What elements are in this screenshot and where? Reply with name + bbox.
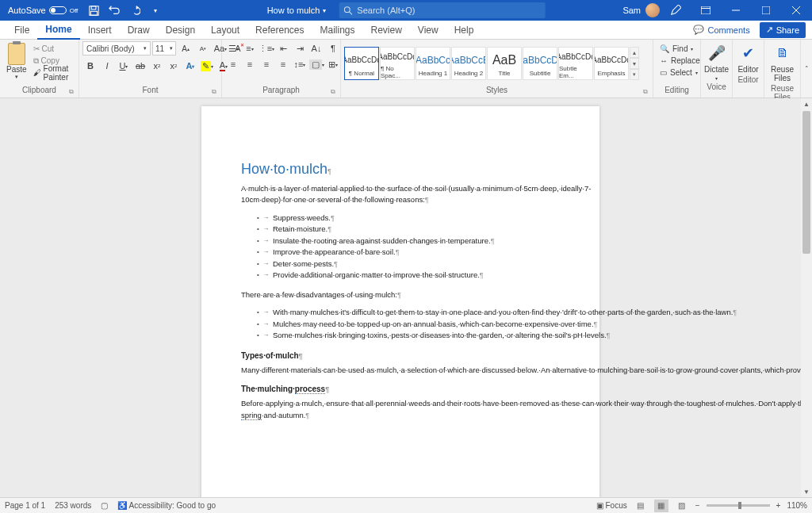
- save-button[interactable]: [84, 1, 103, 20]
- style-heading-2[interactable]: AaBbCcEHeading 2: [451, 47, 486, 80]
- superscript-button[interactable]: x2: [166, 59, 182, 73]
- style-subtitle[interactable]: AaBbCcDdSubtitle: [523, 47, 557, 80]
- styles-scroller[interactable]: ▲▼▾: [630, 47, 639, 80]
- grow-font-button[interactable]: A▴: [178, 41, 193, 56]
- spell-check-icon[interactable]: ▢: [101, 501, 108, 510]
- tab-view[interactable]: View: [410, 21, 446, 40]
- select-button[interactable]: ▭Select▾: [660, 67, 698, 78]
- bullet-list: With·many·mulches·it's·difficult·to·get·…: [257, 307, 560, 342]
- accessibility-status[interactable]: ♿ Accessibility: Good to go: [117, 501, 216, 510]
- clipboard-launcher[interactable]: ⧉: [69, 88, 74, 96]
- increase-indent-button[interactable]: ⇥: [292, 41, 308, 56]
- dictate-button[interactable]: 🎤 Dictate ▾: [704, 41, 729, 82]
- align-right-button[interactable]: ≡: [259, 57, 274, 71]
- close-button[interactable]: [782, 0, 810, 21]
- bold-button[interactable]: B: [82, 59, 98, 73]
- autosave-toggle[interactable]: AutoSave Off: [3, 6, 82, 15]
- doc-heading-1: How·to·mulch¶: [241, 159, 560, 180]
- decrease-indent-button[interactable]: ⇤: [275, 41, 291, 56]
- tab-home[interactable]: Home: [37, 21, 79, 40]
- page-status[interactable]: Page 1 of 1: [5, 501, 45, 510]
- zoom-out-button[interactable]: −: [695, 501, 700, 510]
- paragraph-launcher[interactable]: ⧉: [331, 88, 335, 96]
- align-left-button[interactable]: ≡: [225, 57, 241, 71]
- find-button[interactable]: 🔍Find▾: [660, 43, 693, 55]
- redo-button[interactable]: [125, 1, 144, 20]
- comments-button[interactable]: 💬 Comments: [687, 22, 756, 38]
- tab-mailings[interactable]: Mailings: [312, 21, 362, 40]
- word-count[interactable]: 253 words: [55, 501, 91, 510]
- search-input[interactable]: Search (Alt+Q): [339, 2, 545, 18]
- italic-button[interactable]: I: [99, 59, 115, 73]
- chevron-down-icon: ▾: [715, 75, 718, 81]
- chevron-down-icon: ▾: [170, 45, 173, 52]
- editor-button[interactable]: ✔ Editor: [736, 41, 760, 75]
- scroll-up-button[interactable]: ▲: [801, 98, 812, 109]
- list-item: Mulches·may·need·to·be·topped·up·on·an·a…: [257, 319, 560, 331]
- shading-button[interactable]: ▢▾: [308, 57, 324, 71]
- tab-references[interactable]: References: [247, 21, 312, 40]
- subscript-button[interactable]: x2: [149, 59, 165, 73]
- read-mode-button[interactable]: ▤: [634, 500, 648, 512]
- style--normal[interactable]: AaBbCcDd¶ Normal: [344, 47, 379, 80]
- list-item: Deter·some·pests.¶: [257, 258, 560, 270]
- web-layout-button[interactable]: ▨: [675, 500, 689, 512]
- style-heading-1[interactable]: AaBbCcHeading 1: [416, 47, 450, 80]
- tab-help[interactable]: Help: [446, 21, 482, 40]
- list-item: Provide·additional·organic·matter·to·imp…: [257, 270, 560, 281]
- format-painter-button[interactable]: 🖌Format Painter: [33, 67, 74, 78]
- user-avatar[interactable]: [645, 3, 660, 17]
- show-marks-button[interactable]: ¶: [325, 41, 341, 56]
- scrollbar-thumb[interactable]: [802, 111, 810, 254]
- align-center-button[interactable]: ≡: [242, 57, 258, 71]
- justify-button[interactable]: ≡: [275, 57, 291, 71]
- drawing-mode-button[interactable]: [661, 0, 690, 21]
- document-page[interactable]: How·to·mulch¶ A·mulch·is·a·layer·of·mate…: [201, 106, 599, 497]
- tab-draw[interactable]: Draw: [120, 21, 158, 40]
- font-launcher[interactable]: ⧉: [212, 88, 216, 96]
- chevron-down-icon: ▾: [144, 45, 147, 52]
- document-workspace[interactable]: How·to·mulch¶ A·mulch·is·a·layer·of·mate…: [0, 98, 801, 497]
- text-effects-button[interactable]: A▾: [182, 59, 198, 73]
- collapse-ribbon-button[interactable]: ˄: [805, 65, 809, 73]
- vertical-scrollbar[interactable]: ▲ ▼: [801, 98, 812, 497]
- tab-insert[interactable]: Insert: [80, 21, 120, 40]
- sort-button[interactable]: A↓: [308, 41, 324, 56]
- qat-dropdown[interactable]: ▾: [146, 1, 165, 20]
- style-emphasis[interactable]: AaBbCcDdEmphasis: [594, 47, 629, 80]
- underline-button[interactable]: U▾: [116, 59, 132, 73]
- undo-button[interactable]: [105, 1, 124, 20]
- tab-file[interactable]: File: [6, 21, 37, 40]
- zoom-level[interactable]: 110%: [787, 501, 807, 510]
- scroll-down-button[interactable]: ▼: [801, 486, 812, 497]
- focus-mode-button[interactable]: ▣Focus: [596, 501, 627, 510]
- style--no-spac-[interactable]: AaBbCcDd¶ No Spac...: [380, 47, 415, 80]
- strikethrough-button[interactable]: ab: [132, 59, 148, 73]
- ribbon-display-button[interactable]: [691, 0, 720, 21]
- line-spacing-button[interactable]: ↕≡▾: [292, 57, 308, 71]
- tab-design[interactable]: Design: [158, 21, 203, 40]
- cut-button[interactable]: ✂Cut: [33, 43, 74, 55]
- numbering-button[interactable]: ≡▾: [242, 41, 258, 56]
- font-family-select[interactable]: Calibri (Body)▾: [82, 41, 151, 56]
- style-subtle-em-[interactable]: AaBbCcDdSubtle Em...: [558, 47, 593, 80]
- paste-button[interactable]: Paste ▾: [3, 41, 30, 82]
- styles-launcher[interactable]: ⧉: [643, 88, 648, 96]
- share-button[interactable]: ↗ Share: [760, 22, 806, 38]
- maximize-button[interactable]: [752, 0, 780, 21]
- replace-button[interactable]: ↔Replace: [660, 55, 700, 67]
- tab-review[interactable]: Review: [363, 21, 410, 40]
- minimize-button[interactable]: [722, 0, 750, 21]
- borders-button[interactable]: ⊞▾: [325, 57, 341, 71]
- style-title[interactable]: AaBTitle: [487, 47, 522, 80]
- reuse-files-button[interactable]: 🗎 Reuse Files: [768, 41, 797, 84]
- shrink-font-button[interactable]: A▾: [195, 41, 211, 56]
- document-name[interactable]: How to mulch ▾: [267, 6, 327, 15]
- font-size-select[interactable]: 11▾: [152, 41, 176, 56]
- tab-layout[interactable]: Layout: [203, 21, 247, 40]
- zoom-in-button[interactable]: +: [776, 501, 781, 510]
- multilevel-button[interactable]: ⋮≡▾: [259, 41, 274, 56]
- highlight-button[interactable]: ✎▾: [199, 59, 215, 73]
- print-layout-button[interactable]: ▦: [654, 500, 668, 512]
- zoom-slider[interactable]: [707, 504, 770, 507]
